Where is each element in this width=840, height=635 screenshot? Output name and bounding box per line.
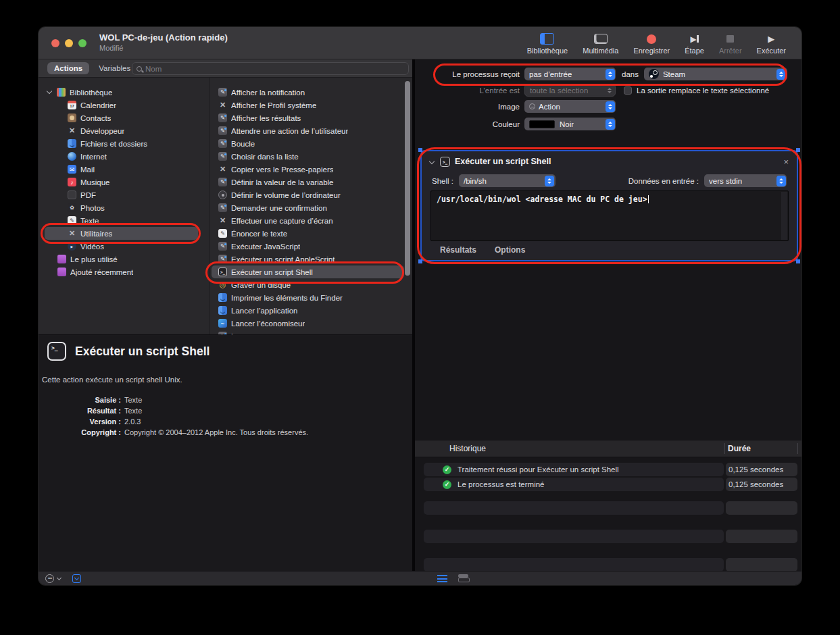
sidebar-item-utilitaires[interactable]: Utilitaires <box>45 227 198 240</box>
media-button[interactable]: Multimédia <box>575 29 626 59</box>
variables-popup-icon[interactable] <box>72 574 81 583</box>
more-options-icon[interactable]: ••• <box>45 574 54 583</box>
input-data-popup[interactable]: vers stdin <box>704 174 787 187</box>
action-item-attendre-une-action-de-l-utilisateur[interactable]: Attendre une action de l’utilisateur <box>210 124 405 137</box>
sidebar-item-mail[interactable]: Mail <box>39 163 209 176</box>
sidebar-item-bibliotheque[interactable]: Bibliothèque <box>39 86 209 99</box>
action-item-lancer-l-economiseur[interactable]: Lancer l’économiseur <box>210 317 405 330</box>
finder-icon <box>218 293 227 302</box>
action-item-label: Afficher le Profil système <box>231 101 316 109</box>
action-item-choisir-dans-la-liste[interactable]: Choisir dans la liste <box>210 150 405 163</box>
toolbar-item-label: Exécuter <box>757 47 786 55</box>
action-item-demander-une-confirmation[interactable]: Demander une confirmation <box>210 201 405 214</box>
tab-actions[interactable]: Actions <box>47 62 89 74</box>
action-item-label: Lancer l’économiseur <box>231 320 305 328</box>
replace-text-checkbox[interactable] <box>624 86 632 95</box>
field-value: Texte <box>124 407 308 415</box>
target-app-popup[interactable]: Steam <box>644 68 787 80</box>
log-column-historique[interactable]: Historique <box>449 444 486 453</box>
log-empty-row <box>415 558 801 572</box>
log-message: Le processus est terminé <box>458 480 544 488</box>
selection-handle[interactable] <box>796 148 800 152</box>
toolbar-item-label: Enregistrer <box>633 47 670 55</box>
action-item-copier-vers-le-presse-papiers[interactable]: Copier vers le Presse-papiers <box>210 163 405 176</box>
action-item-executer-un-script-applescript[interactable]: Exécuter un script AppleScript <box>210 253 405 265</box>
action-card-header[interactable]: >_ Exécuter un script Shell × <box>422 151 797 172</box>
image-popup[interactable]: Action <box>524 100 616 113</box>
action-item-boucle[interactable]: Boucle <box>210 137 405 150</box>
action-item-graver-un-disque[interactable]: Graver un disque <box>210 278 405 291</box>
minimize-window-button[interactable] <box>65 39 73 47</box>
library-button[interactable]: Bibliothèque <box>520 29 576 59</box>
sidebar-item-ajoute-recemment[interactable]: Ajouté récemment <box>39 265 209 278</box>
script-editor[interactable]: /usr/local/bin/wol <adresse MAC du PC de… <box>430 190 789 241</box>
disclosure-chevron-icon[interactable] <box>47 88 52 94</box>
run-button[interactable]: ▶Exécuter <box>749 29 793 59</box>
action-item-imprimer-les-elements-du-finder[interactable]: Imprimer les éléments du Finder <box>210 291 405 304</box>
log-row[interactable]: ✓Le processus est terminé0,125 secondes <box>415 478 801 491</box>
selection-handle[interactable] <box>796 259 800 263</box>
xtools-icon <box>218 165 227 174</box>
sidebar-item-photos[interactable]: Photos <box>39 201 209 214</box>
sidebar-item-calendrier[interactable]: 17Calendrier <box>39 99 209 111</box>
column-divider[interactable] <box>797 443 798 454</box>
step-button[interactable]: ▶Étape <box>677 29 712 59</box>
action-item-afficher-les-resultats[interactable]: Afficher les résultats <box>210 111 405 124</box>
color-popup[interactable]: Noir <box>524 118 616 130</box>
automator-window: WOL PC-de-jeu (Action rapide) Modifié Bi… <box>39 27 801 585</box>
log-column-duree[interactable]: Durée <box>728 444 751 453</box>
steam-icon <box>649 69 659 79</box>
sidebar-item-videos[interactable]: Vidéos <box>39 240 209 253</box>
input-is-label: L’entrée est <box>415 86 520 95</box>
log-row[interactable]: ✓Traitement réussi pour Exécuter un scri… <box>415 463 801 476</box>
sidebar-item-developpeur[interactable]: Développeur <box>39 124 209 137</box>
action-item-executer-un-script-shell[interactable]: Exécuter un script Shell <box>212 265 404 278</box>
options-tab[interactable]: Options <box>495 245 525 255</box>
column-divider[interactable] <box>724 443 725 454</box>
action-item-executer-javascript[interactable]: Exécuter JavaScript <box>210 240 405 253</box>
xtools-icon <box>218 216 227 225</box>
search-field[interactable] <box>132 62 409 75</box>
zoom-window-button[interactable] <box>78 39 87 47</box>
results-tab[interactable]: Résultats <box>440 245 476 255</box>
automator-icon <box>218 126 227 135</box>
action-item-definir-le-volume-de-l-ordinateur[interactable]: Définir le volume de l’ordinateur <box>210 188 405 201</box>
automator-icon <box>218 242 227 251</box>
action-item-definir-la-valeur-de-la-variable[interactable]: Définir la valeur de la variable <box>210 176 405 188</box>
traffic-lights <box>51 39 87 47</box>
success-check-icon: ✓ <box>443 480 451 489</box>
selection-handle[interactable] <box>418 148 422 152</box>
sidebar-item-le-plus-utilise[interactable]: Le plus utilisé <box>39 253 209 265</box>
action-item-lancer-un-processus[interactable]: Lancer un processus <box>210 330 405 334</box>
close-window-button[interactable] <box>51 39 59 47</box>
sidebar-item-texte[interactable]: Texte <box>39 214 209 227</box>
xtools-icon <box>68 229 76 238</box>
search-input[interactable] <box>145 65 404 73</box>
action-item-lancer-l-application[interactable]: Lancer l’application <box>210 304 405 317</box>
sidebar-item-musique[interactable]: Musique <box>39 176 209 188</box>
sidebar-item-pdf[interactable]: PDF <box>39 188 209 201</box>
selection-handle[interactable] <box>418 259 422 263</box>
scrollbar-thumb[interactable] <box>405 81 410 276</box>
action-item-afficher-le-profil-systeme[interactable]: Afficher le Profil système <box>210 99 405 111</box>
action-item-enoncer-le-texte[interactable]: Énoncer le texte <box>210 227 405 240</box>
tab-variables[interactable]: Variables <box>92 62 137 74</box>
record-button[interactable]: Enregistrer <box>626 29 677 59</box>
chevron-down-icon[interactable] <box>57 575 61 580</box>
action-item-label: Boucle <box>231 140 255 148</box>
card-footer-tabs: Résultats Options <box>440 245 525 255</box>
sidebar-item-internet[interactable]: Internet <box>39 150 209 163</box>
log-pane-view-icon[interactable] <box>458 574 468 582</box>
shell-popup[interactable]: /bin/sh <box>459 174 555 187</box>
action-item-afficher-la-notification[interactable]: Afficher la notification <box>210 86 405 99</box>
action-item-effectuer-une-capture-d-ecran[interactable]: Effectuer une capture d’écran <box>210 214 405 227</box>
stop-icon <box>726 33 734 45</box>
process-input-popup[interactable]: pas d’entrée <box>524 68 616 80</box>
close-action-icon[interactable]: × <box>783 157 789 167</box>
sidebar-item-contacts[interactable]: Contacts <box>39 111 209 124</box>
actions-scrollbar[interactable] <box>404 78 412 334</box>
sidebar-item-fichiers-et-dossiers[interactable]: Fichiers et dossiers <box>39 137 209 150</box>
log-list-view-icon[interactable] <box>437 575 447 582</box>
disclosure-chevron-icon[interactable] <box>429 159 435 164</box>
automator-icon <box>218 152 227 161</box>
